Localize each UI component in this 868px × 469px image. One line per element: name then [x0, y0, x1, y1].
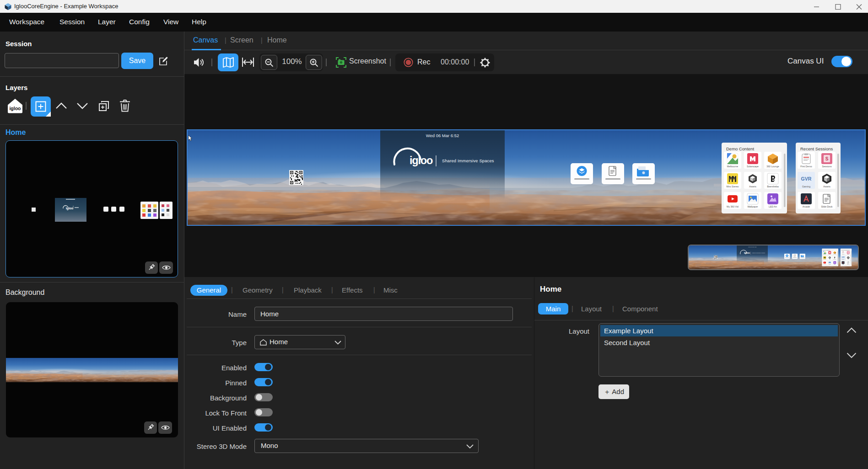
svg-text:GVR: GVR: [801, 176, 812, 181]
svg-text:Recent Sessions: Recent Sessions: [800, 146, 833, 151]
svg-text:Solarscape: Solarscape: [747, 165, 759, 168]
svg-text:Arcade: Arcade: [803, 205, 810, 208]
svg-text:Shared Immersive Spaces: Shared Immersive Spaces: [442, 159, 494, 163]
svg-text:Wed 06 Mar 6:52: Wed 06 Mar 6:52: [426, 133, 459, 138]
svg-text:Melbourne: Melbourne: [727, 165, 739, 168]
svg-text:Assets: Assets: [749, 185, 756, 188]
svg-text:LED Art: LED Art: [769, 205, 777, 208]
svg-text:Assets: Assets: [823, 185, 830, 188]
svg-text:igloo: igloo: [410, 155, 433, 166]
svg-text:Sessions: Sessions: [822, 165, 831, 168]
svg-text:Demo Content: Demo Content: [726, 146, 755, 151]
svg-text:Slide Deck: Slide Deck: [821, 205, 833, 208]
svg-text:Wallpaper: Wallpaper: [747, 205, 758, 208]
svg-text:360 Lounge: 360 Lounge: [766, 165, 779, 168]
svg-text:My 360 Vid: My 360 Vid: [727, 205, 739, 208]
svg-text:Gaming: Gaming: [802, 185, 810, 188]
svg-text:Miro Stereo: Miro Stereo: [727, 185, 739, 188]
svg-text:igloo: igloo: [9, 106, 21, 111]
svg-text:S: S: [825, 156, 829, 161]
svg-text:igloo: igloo: [66, 207, 73, 210]
svg-text:Beersheba: Beersheba: [767, 185, 778, 188]
svg-text:First Demo: First Demo: [800, 165, 812, 168]
